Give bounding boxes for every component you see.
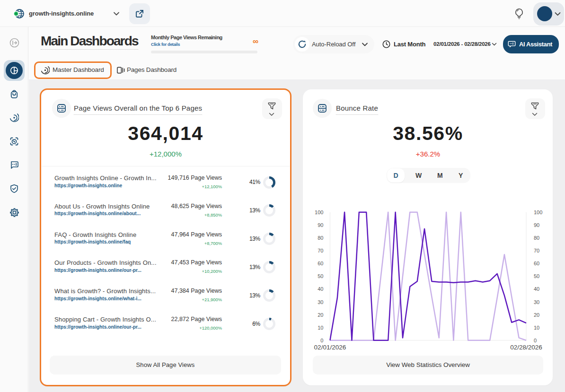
svg-text:50: 50: [534, 273, 539, 279]
svg-text:90: 90: [534, 222, 539, 228]
svg-text:02/01/2026: 02/01/2026: [314, 344, 346, 351]
svg-text:80: 80: [534, 235, 539, 241]
svg-text:90: 90: [318, 222, 323, 228]
svg-text:02/28/2026: 02/28/2026: [510, 344, 542, 351]
svg-text:80: 80: [318, 235, 323, 241]
svg-text:20: 20: [534, 312, 539, 318]
svg-text:50: 50: [318, 273, 323, 279]
svg-text:10: 10: [534, 325, 539, 331]
svg-text:100: 100: [315, 209, 323, 215]
svg-text:70: 70: [318, 248, 323, 253]
svg-text:10: 10: [318, 325, 323, 331]
svg-text:30: 30: [318, 299, 323, 305]
svg-text:30: 30: [534, 299, 539, 305]
svg-text:60: 60: [534, 261, 539, 266]
svg-text:40: 40: [318, 286, 323, 292]
svg-text:0: 0: [320, 338, 323, 343]
svg-text:20: 20: [318, 312, 323, 318]
svg-text:70: 70: [534, 248, 539, 253]
svg-text:100: 100: [534, 209, 542, 215]
svg-text:0: 0: [534, 338, 537, 343]
svg-text:60: 60: [318, 261, 323, 266]
svg-text:40: 40: [534, 286, 539, 292]
